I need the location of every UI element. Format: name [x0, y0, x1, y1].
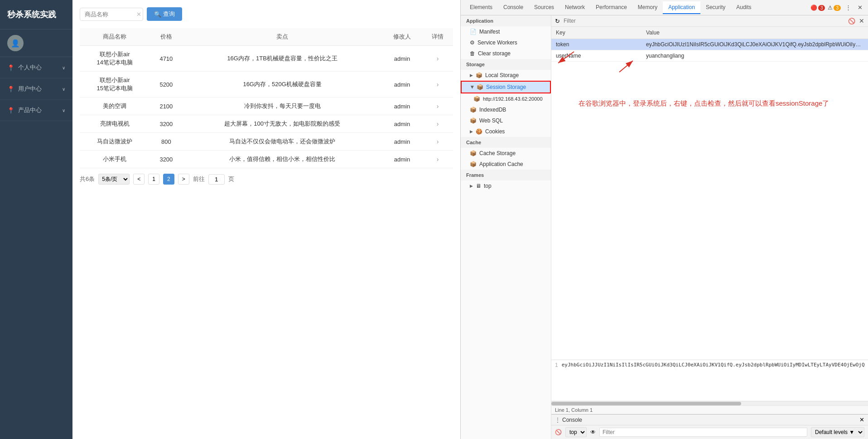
- scrollbar-track[interactable]: [551, 401, 868, 405]
- log-level-select[interactable]: Default levels ▼: [811, 427, 864, 437]
- devtools-leftnav: Application 📄 Manifest ⚙ Service Workers…: [461, 15, 551, 439]
- console-label[interactable]: Console: [562, 417, 582, 423]
- refresh-button[interactable]: ↻: [555, 18, 560, 24]
- chevron-down-icon: ∨: [62, 65, 65, 70]
- main-area: ✕ 🔍 查询 商品名称 价格 卖点 修改人 详情 联想小新air 14笔记本电脑…: [72, 0, 460, 439]
- prev-page-button[interactable]: <: [133, 174, 145, 185]
- next-page-button[interactable]: >: [178, 174, 189, 185]
- nav-session-url[interactable]: 📦 http://192.168.43.62:20000: [461, 93, 551, 104]
- tab-audits[interactable]: Audits: [731, 1, 757, 14]
- sidebar: 秒杀系统实践 👤 📍 个人中心 ∨ 📍 用户中心 ∨ 📍 产品中心 ∨: [0, 0, 72, 439]
- value-panel: 1 eyJhbGciOiJJUzI1NiIsIlIsIR5cGUiOiJKd3Q…: [551, 360, 868, 414]
- context-select[interactable]: top: [565, 427, 587, 437]
- cell-editor: admin: [382, 46, 422, 72]
- cachestorage-icon: 📦: [470, 150, 477, 156]
- sessionstorage-icon: 📦: [477, 84, 483, 90]
- cell-desc: 超大屏幕，100寸无敌大，如电影院般的感受: [183, 115, 382, 133]
- devtools-main: Application 📄 Manifest ⚙ Service Workers…: [461, 15, 868, 439]
- indexeddb-icon: 📦: [470, 107, 477, 113]
- tab-performance[interactable]: Performance: [590, 1, 632, 14]
- tab-elements[interactable]: Elements: [464, 1, 498, 14]
- delete-entry-button[interactable]: ✕: [859, 17, 864, 24]
- line-col-indicator: Line 1, Column 1: [551, 405, 868, 414]
- cell-detail[interactable]: ›: [422, 46, 453, 72]
- location-icon-3: 📍: [7, 107, 14, 114]
- close-console-button[interactable]: ✕: [859, 416, 864, 423]
- cell-desc: 小米，值得信赖，相信小米，相信性价比: [183, 151, 382, 168]
- cell-detail[interactable]: ›: [422, 133, 453, 151]
- cell-detail[interactable]: ›: [422, 98, 453, 115]
- page-goto-input[interactable]: [208, 174, 225, 185]
- storage-table-wrapper: Key Value token eyJhbGciOiJIUzI1NiIsIR5c…: [551, 27, 868, 360]
- cell-name: 马自达微波炉: [80, 133, 150, 151]
- search-button[interactable]: 🔍 查询: [147, 7, 182, 21]
- storage-row[interactable]: token eyJhbGciOiJIUzI1NiIsIR5cGUiOiJKd3Q…: [551, 39, 868, 50]
- cell-name: 美的空调: [80, 98, 150, 115]
- nav-service-workers[interactable]: ⚙ Service Workers: [461, 37, 551, 48]
- col-name: 商品名称: [80, 28, 150, 46]
- tab-security[interactable]: Security: [700, 1, 731, 14]
- nav-cache-storage[interactable]: 📦 Cache Storage: [461, 148, 551, 159]
- tab-network[interactable]: Network: [559, 1, 590, 14]
- scrollbar-thumb[interactable]: [551, 402, 741, 405]
- sidebar-item-label-product: 产品中心: [18, 106, 42, 114]
- search-clear-icon[interactable]: ✕: [136, 11, 141, 18]
- storage-value: eyJhbGciOiJIUzI1NiIsIR5cGUiOiJKd3QiLCJ0e…: [641, 39, 868, 50]
- cell-detail[interactable]: ›: [422, 151, 453, 168]
- cell-detail[interactable]: ›: [422, 72, 453, 98]
- product-table: 商品名称 价格 卖点 修改人 详情 联想小新air 14笔记本电脑 4710 1…: [80, 28, 453, 168]
- page-2-button[interactable]: 2: [163, 174, 174, 185]
- table-row: 亮牌电视机 3200 超大屏幕，100寸无敌大，如电影院般的感受 admin ›: [80, 115, 453, 133]
- clear-filter-button[interactable]: 🚫: [848, 18, 855, 24]
- cell-desc: 冷到你发抖，每天只要一度电: [183, 98, 382, 115]
- location-icon: 📍: [7, 64, 14, 71]
- table-row: 美的空调 2100 冷到你发抖，每天只要一度电 admin ›: [80, 98, 453, 115]
- sidebar-item-label-personal: 个人中心: [18, 63, 42, 72]
- console-clear-button[interactable]: 🚫: [555, 429, 562, 435]
- tab-memory[interactable]: Memory: [632, 1, 663, 14]
- nav-indexeddb[interactable]: 📦 IndexedDB: [461, 104, 551, 115]
- line-number: 1: [555, 362, 558, 368]
- search-input[interactable]: [85, 11, 135, 18]
- warning-badge: ⚠3: [828, 5, 841, 11]
- cell-name: 亮牌电视机: [80, 115, 150, 133]
- close-devtools-button[interactable]: ✕: [856, 3, 864, 12]
- cell-price: 4710: [150, 46, 183, 72]
- sidebar-item-user[interactable]: 📍 用户中心 ∨: [0, 78, 72, 100]
- manifest-icon: 📄: [470, 29, 477, 35]
- nav-session-storage[interactable]: ▶ 📦 Session Storage: [461, 81, 551, 93]
- storage-row[interactable]: userName yuanchangliang: [551, 50, 868, 62]
- nav-local-storage[interactable]: ▶ 📦 Local Storage: [461, 70, 551, 81]
- table-row: 联想小新air 14笔记本电脑 4710 16G内存，1TB机械硬盘容量，性价比…: [80, 46, 453, 72]
- tab-application[interactable]: Application: [663, 1, 700, 14]
- nav-clear-storage[interactable]: 🗑 Clear storage: [461, 48, 551, 59]
- nav-app-cache[interactable]: 📦 Application Cache: [461, 159, 551, 170]
- cell-price: 2100: [150, 98, 183, 115]
- search-bar: ✕ 🔍 查询: [80, 7, 453, 21]
- console-eye-button[interactable]: 👁: [590, 429, 596, 435]
- console-bottom: ⋮ Console ✕ 🚫 top 👁 Default levels ▼: [551, 414, 868, 439]
- table-row: 小米手机 3200 小米，值得信赖，相信小米，相信性价比 admin ›: [80, 151, 453, 168]
- more-options-button[interactable]: ⋮: [844, 3, 853, 12]
- cell-editor: admin: [382, 72, 422, 98]
- nav-websql[interactable]: 📦 Web SQL: [461, 115, 551, 126]
- websql-icon: 📦: [470, 117, 477, 124]
- nav-frames-top[interactable]: ▶ 🖥 top: [461, 180, 551, 191]
- cell-detail[interactable]: ›: [422, 115, 453, 133]
- tab-console[interactable]: Console: [498, 1, 529, 14]
- console-dots-icon: ⋮: [555, 417, 560, 423]
- console-filter-input[interactable]: [599, 428, 807, 437]
- value-content: 1 eyJhbGciOiJJUzI1NiIsIlIsIR5cGUiOiJKd3Q…: [551, 360, 868, 401]
- sidebar-item-product[interactable]: 📍 产品中心 ∨: [0, 100, 72, 121]
- per-page-select[interactable]: 5条/页 10条/页: [98, 174, 130, 185]
- filter-input[interactable]: [564, 18, 844, 24]
- page-1-button[interactable]: 1: [148, 174, 159, 185]
- nav-manifest[interactable]: 📄 Manifest: [461, 26, 551, 37]
- cell-editor: admin: [382, 133, 422, 151]
- expand-frames-icon: ▶: [470, 184, 473, 188]
- sidebar-item-personal[interactable]: 📍 个人中心 ∨: [0, 57, 72, 78]
- storage-section-label: Storage: [461, 59, 551, 70]
- console-toolbar: 🚫 top 👁 Default levels ▼: [551, 425, 868, 439]
- tab-sources[interactable]: Sources: [529, 1, 559, 14]
- nav-cookies[interactable]: ▶ 🍪 Cookies: [461, 126, 551, 137]
